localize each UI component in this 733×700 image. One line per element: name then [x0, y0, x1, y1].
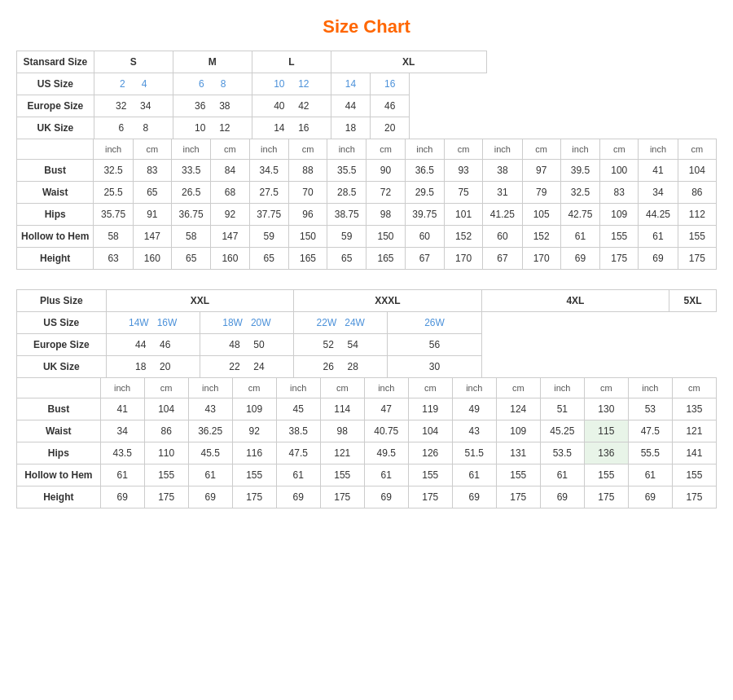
standard-measurements-table: inch cm inch cm inch cm inch cm inch cm … — [16, 139, 717, 270]
plus-us-row: US Size 14W 16W 18W 20W 22W 24W 26W — [17, 312, 717, 334]
uk-size-label: UK Size — [17, 117, 94, 139]
psh-inch5: inch — [452, 378, 496, 398]
sh-cm2: cm — [211, 139, 249, 160]
psh-cm5: cm — [496, 378, 540, 398]
plus-europe-44-46: 44 46 — [106, 334, 200, 356]
sh-cm1: cm — [133, 139, 171, 160]
psh-inch2: inch — [188, 378, 232, 398]
sh-cm7: cm — [600, 139, 639, 160]
plus-us-26w: 26W — [388, 312, 481, 334]
sh-inch1: inch — [94, 139, 133, 160]
standard-l-header: L — [252, 51, 331, 73]
plus-uk-18-20: 18 20 — [106, 356, 200, 378]
plus-us-size-label: US Size — [17, 312, 107, 334]
plus-us-22w-24w: 22W 24W — [294, 312, 388, 334]
plus-europe-label: Europe Size — [17, 334, 107, 356]
sh-inch6: inch — [483, 139, 522, 160]
plus-europe-48-50: 48 50 — [200, 334, 293, 356]
sh-cm4: cm — [366, 139, 405, 160]
plus-header-row: Plus Size XXL XXXL 4XL 5XL — [17, 290, 717, 312]
plus-hips-row: Hips 43.5110 45.5116 47.5121 49.5126 51.… — [17, 442, 717, 464]
psh-inch3: inch — [276, 378, 320, 398]
standard-size-label: Stansard Size — [17, 51, 94, 73]
plus-table: Plus Size XXL XXXL 4XL 5XL US Size 14W 1… — [16, 289, 717, 378]
plus-waist-row: Waist 3486 36.2592 38.598 40.75104 43109… — [17, 420, 717, 442]
standard-subheader-row: inch cm inch cm inch cm inch cm inch cm … — [17, 139, 717, 160]
standard-s-header: S — [94, 51, 173, 73]
plus-us-14w-16w: 14W 16W — [106, 312, 200, 334]
us-size-label: US Size — [17, 73, 94, 95]
plus-uk-30: 30 — [388, 356, 481, 378]
standard-hips-row: Hips 35.7591 36.7592 37.7596 38.7598 39.… — [17, 204, 717, 226]
europe-40-42: 40 42 — [252, 95, 331, 117]
psh-cm3: cm — [320, 378, 364, 398]
psh-inch7: inch — [628, 378, 672, 398]
psh-cm4: cm — [408, 378, 452, 398]
sh-inch8: inch — [639, 139, 678, 160]
psh-cm7: cm — [672, 378, 716, 398]
sh-cm5: cm — [445, 139, 483, 160]
sh-cm6: cm — [522, 139, 560, 160]
psh-inch1: inch — [100, 378, 144, 398]
psh-cm6: cm — [584, 378, 628, 398]
psh-inch4: inch — [364, 378, 408, 398]
europe-size-label: Europe Size — [17, 95, 94, 117]
psh-inch6: inch — [540, 378, 584, 398]
standard-bust-row: Bust 32.583 33.584 34.588 35.590 36.593 … — [17, 160, 717, 182]
uk-10-12: 10 12 — [173, 117, 252, 139]
plus-subheader-row: inch cm inch cm inch cm inch cm inch cm … — [17, 378, 717, 398]
uk-20: 20 — [371, 117, 410, 139]
uk-18: 18 — [331, 117, 370, 139]
plus-europe-52-54: 52 54 — [294, 334, 388, 356]
standard-header-row: Stansard Size S M L XL — [17, 51, 717, 73]
psh-cm1: cm — [144, 378, 188, 398]
us-size-16: 16 — [371, 73, 410, 95]
plus-uk-row: UK Size 18 20 22 24 26 28 30 — [17, 356, 717, 378]
sh-inch3: inch — [249, 139, 288, 160]
page-title: Size Chart — [16, 16, 717, 37]
plus-size-chart: Plus Size XXL XXXL 4XL 5XL US Size 14W 1… — [16, 289, 717, 508]
plus-xxxl-header: XXXL — [294, 290, 482, 312]
standard-m-header: M — [173, 51, 252, 73]
plus-hollow-row: Hollow to Hem 61155 61155 61155 61155 61… — [17, 464, 717, 486]
plus-uk-22-24: 22 24 — [200, 356, 293, 378]
uk-6-8: 6 8 — [94, 117, 173, 139]
sh-cm3: cm — [288, 139, 327, 160]
standard-us-row: US Size 2 4 6 8 10 12 14 16 — [17, 73, 717, 95]
plus-us-18w-20w: 18W 20W — [200, 312, 293, 334]
plus-europe-56: 56 — [388, 334, 481, 356]
plus-measurements-table: inch cm inch cm inch cm inch cm inch cm … — [16, 377, 717, 508]
standard-europe-row: Europe Size 32 34 36 38 40 42 44 46 — [17, 95, 717, 117]
plus-xxl-header: XXL — [106, 290, 294, 312]
standard-size-chart: Stansard Size S M L XL US Size 2 4 6 8 1… — [16, 51, 717, 270]
plus-bust-row: Bust 41104 43109 45114 47119 49124 51130… — [17, 398, 717, 420]
standard-xl-header: XL — [331, 51, 486, 73]
sh-cm8: cm — [678, 139, 716, 160]
plus-4xl-header: 4XL — [481, 290, 669, 312]
plus-size-label: Plus Size — [17, 290, 107, 312]
standard-table: Stansard Size S M L XL US Size 2 4 6 8 1… — [16, 51, 717, 139]
sh-inch4: inch — [327, 139, 366, 160]
us-size-14: 14 — [331, 73, 370, 95]
psh-cm2: cm — [232, 378, 276, 398]
plus-uk-26-28: 26 28 — [294, 356, 388, 378]
uk-14-16: 14 16 — [252, 117, 331, 139]
plus-europe-row: Europe Size 44 46 48 50 52 54 56 — [17, 334, 717, 356]
plus-uk-label: UK Size — [17, 356, 107, 378]
standard-height-row: Height 63160 65160 65165 65165 67170 671… — [17, 248, 717, 270]
us-size-2-4: 2 4 — [94, 73, 173, 95]
us-size-6-8: 6 8 — [173, 73, 252, 95]
standard-uk-row: UK Size 6 8 10 12 14 16 18 20 — [17, 117, 717, 139]
plus-height-row: Height 69175 69175 69175 69175 69175 691… — [17, 486, 717, 508]
sh-inch7: inch — [560, 139, 599, 160]
europe-44: 44 — [331, 95, 370, 117]
plus-5xl-header: 5XL — [669, 290, 717, 312]
europe-46: 46 — [371, 95, 410, 117]
sh-inch2: inch — [171, 139, 210, 160]
sh-inch5: inch — [405, 139, 444, 160]
europe-36-38: 36 38 — [173, 95, 252, 117]
us-size-10-12: 10 12 — [252, 73, 331, 95]
standard-waist-row: Waist 25.565 26.568 27.570 28.572 29.575… — [17, 182, 717, 204]
europe-32-34: 32 34 — [94, 95, 173, 117]
standard-hollow-row: Hollow to Hem 58147 58147 59150 59150 60… — [17, 226, 717, 248]
